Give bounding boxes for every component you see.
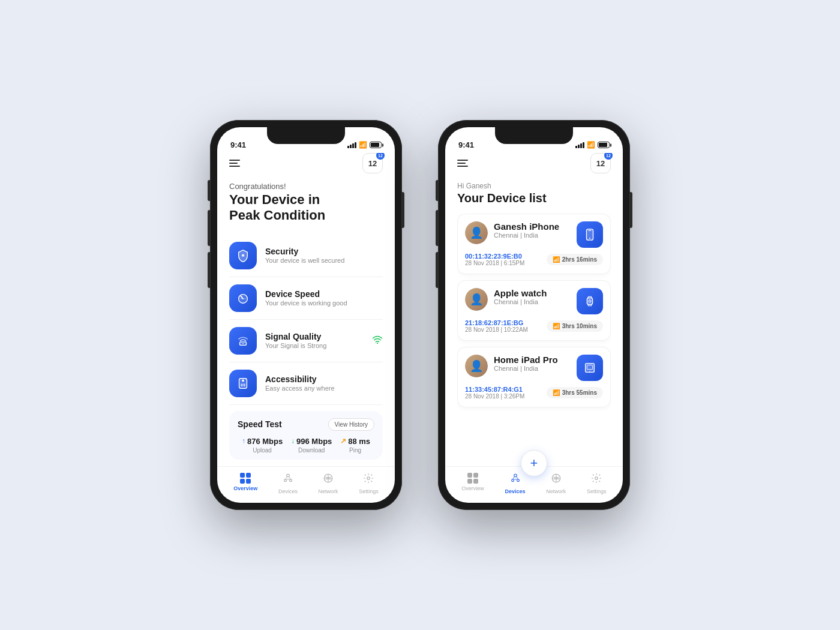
nav-settings-label-1: Settings [359,488,379,494]
overview-icon-1 [240,473,251,484]
device-card-0-bottom: 00:11:32:23:9E:B0 28 Nov 2018 | 6:15PM 📶… [465,253,603,266]
apple-watch-location: Chennai | India [494,298,571,305]
svg-point-22 [595,477,598,480]
security-title: Security [265,247,383,256]
nav-devices-label-2: Devices [505,488,526,494]
nav-overview-2[interactable]: Overview [461,473,484,494]
nav-network-1[interactable]: Network [319,473,338,494]
svg-point-18 [514,474,517,477]
ipad-face: 👤 [465,355,488,377]
notification-btn-1[interactable]: 12 12 [362,153,383,173]
iphone-icon [583,228,596,241]
accessibility-desc: Easy access any where [265,385,383,392]
device-card-2[interactable]: 👤 Home iPad Pro Chennai | India [457,347,611,407]
app-header-1: 12 12 [229,153,383,173]
nav-settings-2[interactable]: Settings [587,473,607,494]
greeting-large-1: Your Device in Peak Condition [229,192,383,224]
feature-card-accessibility[interactable]: Accessibility Easy access any where [229,362,383,405]
hamburger-icon-1[interactable] [229,160,240,167]
battery-fill-1 [371,143,379,147]
phone-access-icon [236,377,250,390]
svg-point-2 [242,343,244,344]
settings-icon-2 [591,473,602,487]
device-list-title: Your Device list [457,191,611,205]
devices-icon-2 [510,473,521,487]
ganesh-iphone-name: Ganesh iPhone [494,221,571,232]
apple-watch-info: Apple watch Chennai | India [494,288,571,305]
phone-2-side-btn [436,180,438,201]
status-icons-1: 📶 [347,141,382,149]
hi-greeting: Hi Ganesh [457,182,611,190]
notification-btn-2[interactable]: 12 12 [590,153,611,173]
shield-star-icon [236,249,250,262]
ipad-device-icon [577,355,603,381]
battery-icon-1 [370,142,382,148]
signal-bars-2 [575,142,584,148]
watch-wifi-badge: 📶 3hrs 10mins [547,320,603,332]
speed-test-title: Speed Test [238,419,282,429]
accessibility-text: Accessibility Easy access any where [265,374,383,392]
svg-point-16 [589,371,590,372]
watch-face: 👤 [465,288,488,311]
ganesh-iphone-location: Chennai | India [494,232,571,239]
phone-2-content: 12 12 Hi Ganesh Your Device list 👤 [445,153,623,466]
svg-point-8 [290,479,292,482]
add-device-fab[interactable]: + [521,450,547,476]
device-card-1-bottom: 21:18:62:87:1E:BG 28 Nov 2018 | 10:22AM … [465,319,603,333]
nav-settings-1[interactable]: Settings [359,473,379,494]
greeting-small-1: Congratulations! [229,182,383,191]
upload-value: ↑ 876 Mbps [242,437,283,446]
device-list: 👤 Ganesh iPhone Chennai | India [457,214,611,466]
security-desc: Your device is well secured [265,257,383,264]
signal-wifi-indicator [372,335,383,346]
device-card-0[interactable]: 👤 Ganesh iPhone Chennai | India [457,214,611,274]
time-2: 9:41 [458,140,474,149]
app-header-2: 12 12 [457,153,611,173]
ipad-info: Home iPad Pro Chennai | India [494,355,571,372]
phone-1-content: 12 12 Congratulations! Your Device in Pe… [217,153,395,466]
signal-bars-1 [347,142,356,148]
nav-network-label-2: Network [546,488,566,494]
hamburger-icon-2[interactable] [457,160,468,167]
device-card-1[interactable]: 👤 Apple watch Chennai | India [457,280,611,341]
feature-card-signal[interactable]: Signal Quality Your Signal is Strong [229,320,383,362]
phone-2-screen: 9:41 📶 [445,127,623,503]
nav-network-label-1: Network [319,488,338,494]
watch-icon [583,295,596,308]
network-icon-1 [323,473,334,487]
download-arrow-icon: ↓ [291,437,295,445]
time-1: 9:41 [230,140,246,149]
nav-devices-1[interactable]: Devices [278,473,298,494]
watch-device-icon [577,288,603,314]
feature-card-speed[interactable]: Device Speed Your device is working good [229,277,383,320]
security-icon-box [229,242,257,269]
watch-mac: 21:18:62:87:1E:BG [465,319,528,326]
ipad-mac: 11:33:45:87:R4:G1 [465,386,524,393]
ping-icon: ↗ [340,437,346,445]
ganesh-iphone-info: Ganesh iPhone Chennai | India [494,221,571,239]
feature-card-security[interactable]: Security Your device is well secured [229,235,383,277]
signal-icon-box [229,327,257,355]
ping-label: Ping [349,447,361,454]
nav-overview-label-1: Overview [233,485,257,491]
ganesh-mac: 00:11:32:23:9E:B0 [465,253,524,260]
upload-arrow-icon: ↑ [242,437,245,445]
ipad-date: 28 Nov 2018 | 3:26PM [465,393,524,400]
svg-point-5 [242,379,244,382]
security-text: Security Your device is well secured [265,247,383,264]
status-bar-1: 9:41 📶 [217,133,395,153]
nav-overview-1[interactable]: Overview [233,473,257,494]
notification-count-1: 12 [368,159,377,168]
network-icon-2 [551,473,562,487]
view-history-btn[interactable]: View History [328,418,374,431]
svg-rect-15 [586,364,595,373]
wifi-badge-icon-0: 📶 [553,256,560,263]
svg-point-3 [377,343,378,344]
svg-point-7 [284,479,287,482]
ipad-avatar: 👤 [465,355,488,377]
ipad-wifi-badge: 📶 3hrs 55mins [547,387,603,398]
ganesh-face: 👤 [465,221,488,244]
nav-network-2[interactable]: Network [546,473,566,494]
device-speed-title: Device Speed [265,289,383,299]
notification-dot-1: 12 [376,153,385,160]
